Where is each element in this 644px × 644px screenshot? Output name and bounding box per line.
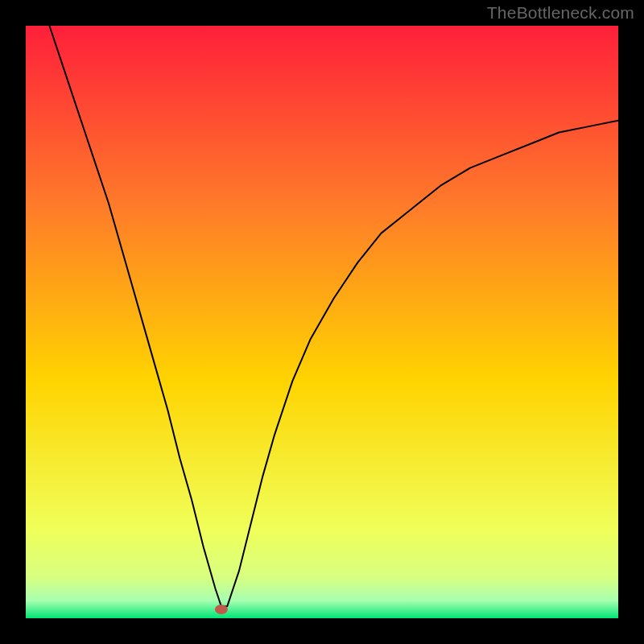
watermark-text: TheBottleneck.com [487,3,634,23]
chart-frame: TheBottleneck.com [0,0,644,644]
bottleneck-curve-chart [26,26,618,618]
plot-area [26,26,618,618]
gradient-background [26,26,618,618]
optimal-point-marker [215,605,228,614]
